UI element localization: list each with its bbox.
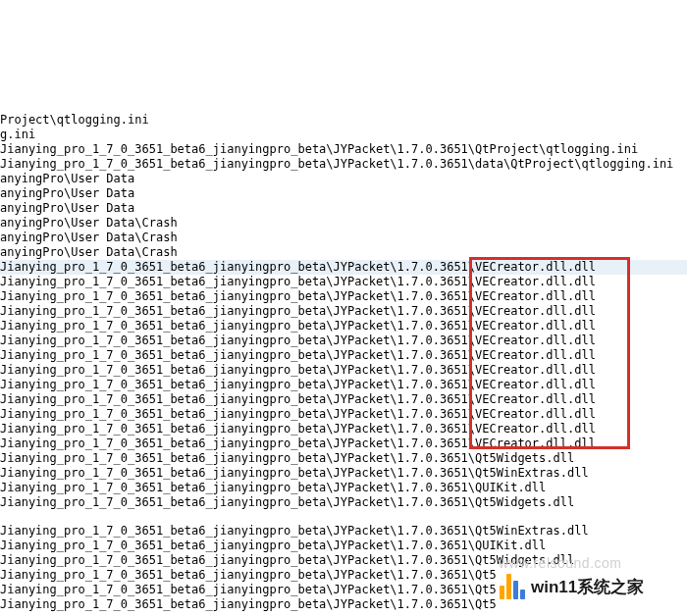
log-line[interactable]: anyingPro\User Data [0, 201, 687, 216]
log-line[interactable]: Jianying_pro_1_7_0_3651_beta6_jianyingpr… [0, 157, 687, 172]
logo-text: win11系统之家 [531, 580, 644, 594]
log-line[interactable]: Jianying_pro_1_7_0_3651_beta6_jianyingpr… [0, 334, 687, 348]
log-line[interactable]: Jianying_pro_1_7_0_3651_beta6_jianyingpr… [0, 524, 687, 539]
log-line[interactable]: Jianying_pro_1_7_0_3651_beta6_jianyingpr… [0, 275, 687, 289]
log-line[interactable]: Jianying_pro_1_7_0_3651_beta6_jianyingpr… [0, 378, 687, 392]
log-line[interactable]: Project\qtlogging.ini [0, 113, 687, 128]
log-line[interactable]: Jianying_pro_1_7_0_3651_beta6_jianyingpr… [0, 451, 687, 466]
log-line[interactable]: Jianying_pro_1_7_0_3651_beta6_jianyingpr… [0, 392, 687, 407]
log-line[interactable]: Jianying_pro_1_7_0_3651_beta6_jianyingpr… [0, 260, 687, 275]
log-line[interactable]: Jianying_pro_1_7_0_3651_beta6_jianyingpr… [0, 142, 687, 157]
log-line[interactable]: Jianying_pro_1_7_0_3651_beta6_jianyingpr… [0, 289, 687, 304]
log-line[interactable]: anyingPro\User Data\Crash [0, 231, 687, 245]
log-line[interactable]: Jianying_pro_1_7_0_3651_beta6_jianyingpr… [0, 348, 687, 363]
log-line[interactable]: Jianying_pro_1_7_0_3651_beta6_jianyingpr… [0, 539, 687, 553]
log-line[interactable]: Jianying_pro_1_7_0_3651_beta6_jianyingpr… [0, 481, 687, 495]
log-line[interactable]: Jianying_pro_1_7_0_3651_beta6_jianyingpr… [0, 407, 687, 422]
log-line[interactable]: Jianying_pro_1_7_0_3651_beta6_jianyingpr… [0, 495, 687, 510]
log-line[interactable]: Jianying_pro_1_7_0_3651_beta6_jianyingpr… [0, 436, 687, 451]
site-logo: win11系统之家 [500, 574, 644, 599]
log-line[interactable]: Jianying_pro_1_7_0_3651_beta6_jianyingpr… [0, 363, 687, 378]
log-line[interactable]: anyingPro\User Data [0, 186, 687, 201]
log-line[interactable]: Jianying_pro_1_7_0_3651_beta6_jianyingpr… [0, 422, 687, 436]
log-line[interactable]: anyingPro\User Data [0, 172, 687, 186]
log-line[interactable]: Jianying_pro_1_7_0_3651_beta6_jianyingpr… [0, 597, 687, 612]
log-line[interactable]: Jianying_pro_1_7_0_3651_beta6_jianyingpr… [0, 466, 687, 481]
log-line[interactable]: anyingPro\User Data\Crash [0, 216, 687, 231]
log-line[interactable]: Jianying_pro_1_7_0_3651_beta6_jianyingpr… [0, 304, 687, 319]
log-line[interactable]: Jianying_pro_1_7_0_3651_beta6_jianyingpr… [0, 319, 687, 334]
watermark-text: www.relsound.com [499, 556, 622, 571]
logo-icon [500, 574, 525, 599]
log-line[interactable]: anyingPro\User Data\Crash [0, 245, 687, 260]
log-output: Project\qtlogging.inig.iniJianying_pro_1… [0, 113, 687, 612]
log-line[interactable]: g.ini [0, 128, 687, 142]
